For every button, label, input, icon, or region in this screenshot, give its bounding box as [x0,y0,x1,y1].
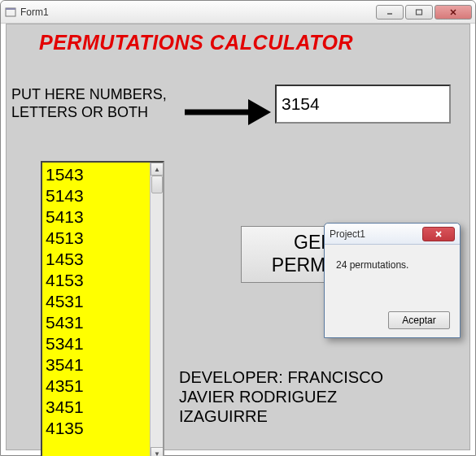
dialog-accept-button[interactable]: Aceptar [388,311,450,329]
input-prompt: PUT HERE NUMBERS, LETTERS OR BOTH [11,86,167,121]
svg-rect-3 [417,10,422,15]
svg-rect-1 [6,8,15,10]
results-listbox[interactable]: 1543514354134513145341534531543153413541… [41,161,164,456]
dialog-message: 24 permutations. [325,245,460,276]
list-item[interactable]: 4531 [46,291,148,312]
dialog-close-button[interactable] [422,227,455,241]
list-item[interactable]: 4153 [46,270,148,291]
dialog-title: Project1 [330,228,365,240]
svg-marker-7 [248,99,271,125]
list-item[interactable]: 1453 [46,249,148,270]
message-dialog: Project1 24 permutations. Aceptar [324,223,461,338]
scroll-down-icon[interactable]: ▼ [151,447,164,456]
list-item[interactable]: 4513 [46,228,148,249]
dialog-button-row: Aceptar [388,311,450,329]
scroll-thumb[interactable] [151,176,163,193]
window-controls [376,5,472,20]
permutation-input[interactable] [275,85,451,124]
close-button[interactable] [435,5,472,20]
list-item[interactable]: 5341 [46,333,148,354]
arrow-icon [181,96,271,128]
app-icon [4,7,17,18]
list-item[interactable]: 3451 [46,397,148,418]
list-item[interactable]: 1543 [46,164,148,185]
main-window-title: Form1 [20,7,49,18]
list-item[interactable]: 5413 [46,206,148,228]
developer-credit: DEVELOPER: FRANCISCO JAVIER RODRIGUEZ IZ… [179,367,383,426]
list-item[interactable]: 4351 [46,376,148,397]
list-item[interactable]: 5431 [46,312,148,333]
dialog-titlebar: Project1 [325,224,460,245]
listbox-scrollbar[interactable]: ▲ ▼ [150,163,163,456]
list-item[interactable]: 3541 [46,354,148,376]
scroll-up-icon[interactable]: ▲ [151,163,164,176]
page-title: PERMUTATIONS CALCULATOR [39,31,353,54]
list-item[interactable]: 4135 [46,418,148,439]
list-item[interactable]: 5143 [46,185,148,206]
listbox-content: 1543514354134513145341534531543153413541… [42,163,151,456]
main-titlebar: Form1 [1,1,475,24]
maximize-button[interactable] [405,5,433,20]
minimize-button[interactable] [376,5,404,20]
